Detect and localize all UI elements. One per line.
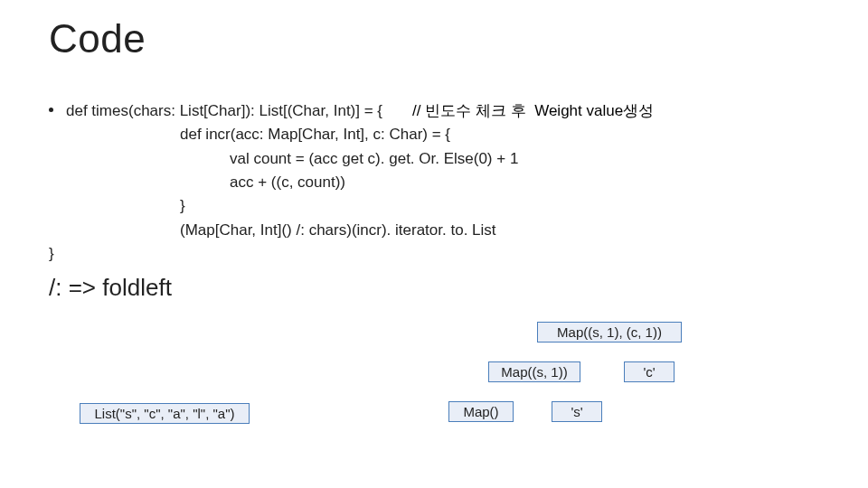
code-line-1-gap bbox=[382, 102, 412, 119]
code-line-3: val count = (acc get c). get. Or. Else(0… bbox=[49, 147, 819, 171]
code-line-1-left: def times(chars: List[Char]): List[(Char… bbox=[66, 102, 382, 119]
bullet-dot-icon bbox=[49, 108, 53, 112]
code-line-5: } bbox=[49, 194, 819, 218]
box-list: List("s", "c", "a", "l", "a") bbox=[80, 403, 250, 424]
box-map-s1: Map((s, 1)) bbox=[488, 361, 580, 382]
slide: Code def times(chars: List[Char]): List[… bbox=[0, 0, 868, 488]
code-body: def incr(acc: Map[Char, Int], c: Char) =… bbox=[49, 123, 819, 242]
box-map-s1-c1: Map((s, 1), (c, 1)) bbox=[537, 322, 682, 343]
code-line-4: acc + ((c, count)) bbox=[49, 171, 819, 194]
box-s-char: 's' bbox=[552, 401, 602, 422]
bullet-line-1: def times(chars: List[Char]): List[(Char… bbox=[49, 99, 819, 123]
box-map-empty: Map() bbox=[448, 401, 514, 422]
code-line-1: def times(chars: List[Char]): List[(Char… bbox=[66, 99, 654, 123]
code-block: def times(chars: List[Char]): List[(Char… bbox=[66, 99, 654, 123]
slide-title: Code bbox=[49, 16, 819, 61]
code-line-1-comment: // 빈도수 체크 후 bbox=[412, 102, 534, 119]
foldleft-label: /: => foldleft bbox=[49, 274, 819, 302]
code-close-brace: } bbox=[49, 245, 819, 263]
code-line-6: (Map[Char, Int]() /: chars)(incr). itera… bbox=[49, 219, 819, 242]
code-line-2: def incr(acc: Map[Char, Int], c: Char) =… bbox=[49, 123, 819, 146]
code-line-1-weight: Weight value생성 bbox=[534, 102, 654, 119]
box-c-char: 'c' bbox=[624, 361, 675, 382]
